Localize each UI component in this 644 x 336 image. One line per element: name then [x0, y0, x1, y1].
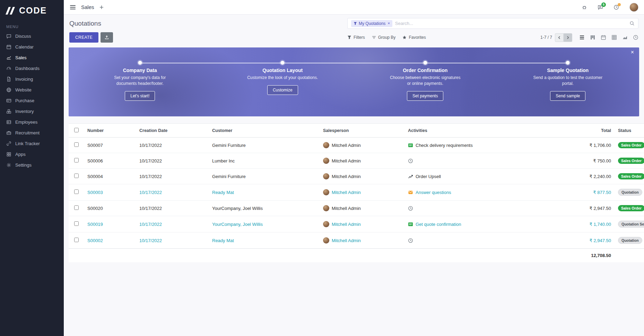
- create-button[interactable]: CREATE: [69, 32, 98, 43]
- column-header-total[interactable]: Total: [554, 124, 615, 138]
- customer-name: Ready Mat: [209, 232, 320, 249]
- status-badge: Quotation: [618, 189, 642, 196]
- funnel-icon: [354, 22, 357, 25]
- activity-upsell-chart-icon[interactable]: [408, 174, 413, 179]
- salesperson-name: Mitchell Admin: [332, 158, 361, 163]
- table-row[interactable]: S00002 10/17/2022 Ready Mat Mitchell Adm…: [69, 232, 644, 249]
- table-row[interactable]: S00007 10/17/2022 Gemini Furniture Mitch…: [69, 138, 644, 153]
- customer-name: Lumber Inc: [209, 153, 320, 169]
- select-all-checkbox[interactable]: [74, 128, 79, 132]
- lets-start-button[interactable]: Let's start!: [125, 91, 155, 101]
- sidebar-item-recruitment[interactable]: Recruitment: [0, 127, 64, 138]
- table-row[interactable]: S00006 10/17/2022 Lumber Inc Mitchell Ad…: [69, 153, 644, 169]
- column-header-activities[interactable]: Activities: [404, 124, 554, 138]
- row-checkbox[interactable]: [74, 174, 79, 178]
- timeline-dot: [566, 61, 570, 65]
- pager-previous-button[interactable]: [555, 33, 564, 42]
- table-row[interactable]: S00004 10/17/2022 Gemini Furniture Mitch…: [69, 169, 644, 184]
- upload-button[interactable]: [101, 32, 113, 43]
- column-header-customer[interactable]: Customer: [209, 124, 320, 138]
- activity-clock-icon[interactable]: [408, 158, 413, 163]
- sidebar-item-employees[interactable]: Employees: [0, 117, 64, 127]
- creation-date: 10/17/2022: [136, 153, 209, 169]
- sidebar-item-apps[interactable]: Apps: [0, 149, 64, 160]
- pivot-view-icon[interactable]: [611, 35, 617, 40]
- search-icon[interactable]: [629, 21, 635, 26]
- timeline-dot: [423, 61, 427, 65]
- quotation-number: S00020: [84, 201, 136, 216]
- view-switcher: [579, 35, 638, 40]
- layers-icon: [372, 35, 376, 39]
- search-input[interactable]: [395, 21, 627, 26]
- sidebar-item-settings[interactable]: Settings: [0, 160, 64, 170]
- column-header-creation-date[interactable]: Creation Date: [136, 124, 209, 138]
- sidebar-item-discuss[interactable]: Discuss: [0, 31, 64, 42]
- banner-close-icon[interactable]: ×: [631, 50, 634, 55]
- row-checkbox[interactable]: [74, 221, 79, 226]
- sidebar-item-label: Link Tracker: [15, 141, 40, 146]
- search-facet[interactable]: My Quotations ×: [351, 20, 392, 27]
- activities-clock-icon[interactable]: [613, 5, 619, 10]
- column-header-salesperson[interactable]: Salesperson: [320, 124, 404, 138]
- messages-icon[interactable]: 5: [598, 5, 603, 10]
- activities-badge: [618, 3, 621, 6]
- column-header-status[interactable]: Status: [615, 124, 644, 138]
- user-avatar[interactable]: [629, 3, 638, 12]
- list-view-icon[interactable]: [579, 35, 585, 40]
- row-checkbox[interactable]: [74, 142, 79, 147]
- onboarding-step-quotation-layout: Quotation Layout Customize the look of y…: [211, 47, 354, 116]
- quotations-table: Number Creation Date Customer Salesperso…: [69, 123, 644, 262]
- activity-view-icon[interactable]: [633, 35, 638, 40]
- salesperson-avatar: [323, 221, 329, 227]
- set-payments-button[interactable]: Set payments: [407, 91, 443, 101]
- activity-note-icon[interactable]: [408, 222, 413, 227]
- row-checkbox[interactable]: [74, 158, 79, 162]
- search-bar[interactable]: My Quotations ×: [347, 18, 638, 29]
- sidebar-item-calendar[interactable]: Calendar: [0, 42, 64, 52]
- creation-date: 10/17/2022: [136, 201, 209, 216]
- debug-bug-icon[interactable]: [582, 5, 587, 10]
- sidebar-item-inventory[interactable]: Inventory: [0, 106, 64, 117]
- table-row[interactable]: S00003 10/17/2022 Ready Mat Mitchell Adm…: [69, 184, 644, 201]
- plus-icon[interactable]: [99, 5, 104, 10]
- graph-view-icon[interactable]: [622, 35, 628, 40]
- sidebar-item-purchase[interactable]: Purchase: [0, 95, 64, 106]
- step-title: Order Confirmation: [354, 68, 497, 73]
- sidebar-item-invoicing[interactable]: Invoicing: [0, 74, 64, 85]
- order-total: ₹ 2,947.50: [554, 201, 615, 216]
- group-by-button[interactable]: Group By: [372, 35, 396, 40]
- send-sample-button[interactable]: Send sample: [550, 91, 585, 101]
- globe-icon: [6, 87, 11, 92]
- row-checkbox[interactable]: [74, 238, 79, 242]
- salesperson-name: Mitchell Admin: [332, 206, 361, 211]
- row-checkbox[interactable]: [74, 205, 79, 210]
- app-logo[interactable]: CODE: [0, 0, 64, 20]
- kanban-view-icon[interactable]: [590, 35, 595, 40]
- order-total: ₹ 1,706.00: [554, 138, 615, 153]
- facet-remove-icon[interactable]: ×: [388, 21, 390, 25]
- creation-date: 10/17/2022: [136, 169, 209, 184]
- table-row[interactable]: S00019 10/17/2022 YourCompany, Joel Will…: [69, 216, 644, 232]
- hamburger-menu-icon[interactable]: [69, 4, 76, 11]
- favorites-button[interactable]: Favorites: [402, 35, 426, 40]
- sidebar-item-dashboards[interactable]: Dashboards: [0, 63, 64, 74]
- pager-next-button[interactable]: [564, 33, 572, 42]
- sidebar-item-website[interactable]: Website: [0, 85, 64, 95]
- column-header-number[interactable]: Number: [84, 124, 136, 138]
- filters-button[interactable]: Filters: [347, 35, 365, 40]
- activity-clock-icon[interactable]: [408, 206, 413, 211]
- table-row[interactable]: S00020 10/17/2022 YourCompany, Joel Will…: [69, 201, 644, 216]
- order-total: ₹ 750.00: [554, 153, 615, 169]
- activity-clock-icon[interactable]: [408, 238, 413, 243]
- sidebar-item-sales[interactable]: Sales: [0, 52, 64, 63]
- customize-button[interactable]: Customize: [267, 85, 298, 95]
- current-app-menu[interactable]: Sales: [81, 4, 94, 10]
- activity-note-icon[interactable]: [408, 143, 413, 148]
- row-checkbox[interactable]: [74, 189, 79, 194]
- calendar-view-icon[interactable]: [601, 35, 606, 40]
- sidebar-item-link-tracker[interactable]: Link Tracker: [0, 138, 64, 149]
- activity-email-icon[interactable]: [408, 190, 413, 195]
- chevron-right-icon: [566, 36, 569, 39]
- sidebar-item-label: Invoicing: [15, 77, 33, 82]
- step-title: Quotation Layout: [211, 68, 354, 73]
